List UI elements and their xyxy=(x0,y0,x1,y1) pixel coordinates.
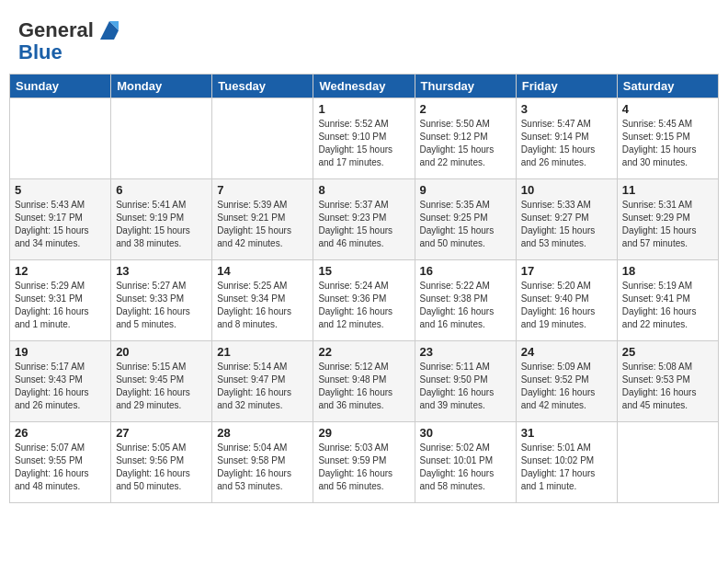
day-number: 20 xyxy=(116,345,207,359)
calendar-cell: 12Sunrise: 5:29 AM Sunset: 9:31 PM Dayli… xyxy=(10,260,111,341)
page-header: General Blue xyxy=(9,9,719,68)
day-number: 30 xyxy=(420,426,511,440)
day-number: 15 xyxy=(318,264,409,278)
day-number: 11 xyxy=(622,183,713,197)
day-header-wednesday: Wednesday xyxy=(313,75,415,98)
day-info: Sunrise: 5:11 AM Sunset: 9:50 PM Dayligh… xyxy=(420,361,511,412)
day-number: 22 xyxy=(318,345,409,359)
day-info: Sunrise: 5:09 AM Sunset: 9:52 PM Dayligh… xyxy=(521,361,612,412)
day-number: 2 xyxy=(420,102,511,116)
day-info: Sunrise: 5:39 AM Sunset: 9:21 PM Dayligh… xyxy=(217,199,308,250)
day-number: 23 xyxy=(420,345,511,359)
day-info: Sunrise: 5:29 AM Sunset: 9:31 PM Dayligh… xyxy=(15,280,106,331)
day-info: Sunrise: 5:17 AM Sunset: 9:43 PM Dayligh… xyxy=(15,361,106,412)
day-info: Sunrise: 5:04 AM Sunset: 9:58 PM Dayligh… xyxy=(217,442,308,493)
calendar-cell: 24Sunrise: 5:09 AM Sunset: 9:52 PM Dayli… xyxy=(516,341,617,422)
day-number: 1 xyxy=(318,102,409,116)
day-header-monday: Monday xyxy=(111,75,212,98)
calendar-cell: 11Sunrise: 5:31 AM Sunset: 9:29 PM Dayli… xyxy=(617,179,718,260)
day-info: Sunrise: 5:03 AM Sunset: 9:59 PM Dayligh… xyxy=(318,442,409,493)
day-number: 7 xyxy=(217,183,308,197)
calendar-cell: 25Sunrise: 5:08 AM Sunset: 9:53 PM Dayli… xyxy=(617,341,718,422)
calendar-cell: 21Sunrise: 5:14 AM Sunset: 9:47 PM Dayli… xyxy=(212,341,313,422)
calendar-table: SundayMondayTuesdayWednesdayThursdayFrid… xyxy=(9,74,719,503)
calendar-cell: 6Sunrise: 5:41 AM Sunset: 9:19 PM Daylig… xyxy=(111,179,212,260)
day-number: 26 xyxy=(15,426,106,440)
calendar-cell: 18Sunrise: 5:19 AM Sunset: 9:41 PM Dayli… xyxy=(617,260,718,341)
week-row-4: 19Sunrise: 5:17 AM Sunset: 9:43 PM Dayli… xyxy=(10,341,719,422)
calendar-cell xyxy=(10,98,111,179)
week-row-5: 26Sunrise: 5:07 AM Sunset: 9:55 PM Dayli… xyxy=(10,422,719,503)
day-info: Sunrise: 5:47 AM Sunset: 9:14 PM Dayligh… xyxy=(521,118,612,169)
calendar-cell: 2Sunrise: 5:50 AM Sunset: 9:12 PM Daylig… xyxy=(415,98,516,179)
day-info: Sunrise: 5:37 AM Sunset: 9:23 PM Dayligh… xyxy=(318,199,409,250)
day-info: Sunrise: 5:35 AM Sunset: 9:25 PM Dayligh… xyxy=(420,199,511,250)
day-number: 16 xyxy=(420,264,511,278)
day-info: Sunrise: 5:19 AM Sunset: 9:41 PM Dayligh… xyxy=(622,280,713,331)
day-header-saturday: Saturday xyxy=(617,75,718,98)
day-number: 17 xyxy=(521,264,612,278)
calendar-cell: 14Sunrise: 5:25 AM Sunset: 9:34 PM Dayli… xyxy=(212,260,313,341)
calendar-cell: 30Sunrise: 5:02 AM Sunset: 10:01 PM Dayl… xyxy=(415,422,516,503)
day-number: 29 xyxy=(318,426,409,440)
day-info: Sunrise: 5:43 AM Sunset: 9:17 PM Dayligh… xyxy=(15,199,106,250)
calendar-cell: 4Sunrise: 5:45 AM Sunset: 9:15 PM Daylig… xyxy=(617,98,718,179)
day-info: Sunrise: 5:15 AM Sunset: 9:45 PM Dayligh… xyxy=(116,361,207,412)
day-number: 13 xyxy=(116,264,207,278)
calendar-cell xyxy=(111,98,212,179)
day-info: Sunrise: 5:24 AM Sunset: 9:36 PM Dayligh… xyxy=(318,280,409,331)
day-number: 12 xyxy=(15,264,106,278)
day-number: 31 xyxy=(521,426,612,440)
day-info: Sunrise: 5:25 AM Sunset: 9:34 PM Dayligh… xyxy=(217,280,308,331)
day-info: Sunrise: 5:27 AM Sunset: 9:33 PM Dayligh… xyxy=(116,280,207,331)
week-row-1: 1Sunrise: 5:52 AM Sunset: 9:10 PM Daylig… xyxy=(10,98,719,179)
calendar-cell: 13Sunrise: 5:27 AM Sunset: 9:33 PM Dayli… xyxy=(111,260,212,341)
day-info: Sunrise: 5:52 AM Sunset: 9:10 PM Dayligh… xyxy=(318,118,409,169)
week-row-2: 5Sunrise: 5:43 AM Sunset: 9:17 PM Daylig… xyxy=(10,179,719,260)
day-header-sunday: Sunday xyxy=(10,75,111,98)
calendar-cell: 8Sunrise: 5:37 AM Sunset: 9:23 PM Daylig… xyxy=(313,179,415,260)
day-info: Sunrise: 5:08 AM Sunset: 9:53 PM Dayligh… xyxy=(622,361,713,412)
calendar-cell xyxy=(617,422,718,503)
header-row: SundayMondayTuesdayWednesdayThursdayFrid… xyxy=(10,75,719,98)
calendar-cell: 19Sunrise: 5:17 AM Sunset: 9:43 PM Dayli… xyxy=(10,341,111,422)
calendar-cell: 10Sunrise: 5:33 AM Sunset: 9:27 PM Dayli… xyxy=(516,179,617,260)
day-number: 14 xyxy=(217,264,308,278)
day-info: Sunrise: 5:41 AM Sunset: 9:19 PM Dayligh… xyxy=(116,199,207,250)
day-number: 27 xyxy=(116,426,207,440)
calendar-cell: 26Sunrise: 5:07 AM Sunset: 9:55 PM Dayli… xyxy=(10,422,111,503)
day-info: Sunrise: 5:45 AM Sunset: 9:15 PM Dayligh… xyxy=(622,118,713,169)
day-info: Sunrise: 5:33 AM Sunset: 9:27 PM Dayligh… xyxy=(521,199,612,250)
day-info: Sunrise: 5:05 AM Sunset: 9:56 PM Dayligh… xyxy=(116,442,207,493)
calendar-cell: 20Sunrise: 5:15 AM Sunset: 9:45 PM Dayli… xyxy=(111,341,212,422)
calendar-cell: 16Sunrise: 5:22 AM Sunset: 9:38 PM Dayli… xyxy=(415,260,516,341)
day-info: Sunrise: 5:14 AM Sunset: 9:47 PM Dayligh… xyxy=(217,361,308,412)
calendar-cell xyxy=(212,98,313,179)
day-number: 28 xyxy=(217,426,308,440)
day-info: Sunrise: 5:20 AM Sunset: 9:40 PM Dayligh… xyxy=(521,280,612,331)
day-number: 3 xyxy=(521,102,612,116)
day-info: Sunrise: 5:01 AM Sunset: 10:02 PM Daylig… xyxy=(521,442,612,493)
calendar-cell: 31Sunrise: 5:01 AM Sunset: 10:02 PM Dayl… xyxy=(516,422,617,503)
calendar-cell: 28Sunrise: 5:04 AM Sunset: 9:58 PM Dayli… xyxy=(212,422,313,503)
calendar-cell: 1Sunrise: 5:52 AM Sunset: 9:10 PM Daylig… xyxy=(313,98,415,179)
day-number: 5 xyxy=(15,183,106,197)
calendar-cell: 17Sunrise: 5:20 AM Sunset: 9:40 PM Dayli… xyxy=(516,260,617,341)
day-header-friday: Friday xyxy=(516,75,617,98)
day-info: Sunrise: 5:31 AM Sunset: 9:29 PM Dayligh… xyxy=(622,199,713,250)
calendar-cell: 22Sunrise: 5:12 AM Sunset: 9:48 PM Dayli… xyxy=(313,341,415,422)
day-number: 18 xyxy=(622,264,713,278)
logo: General Blue xyxy=(18,17,123,64)
day-number: 24 xyxy=(521,345,612,359)
calendar-cell: 29Sunrise: 5:03 AM Sunset: 9:59 PM Dayli… xyxy=(313,422,415,503)
week-row-3: 12Sunrise: 5:29 AM Sunset: 9:31 PM Dayli… xyxy=(10,260,719,341)
day-info: Sunrise: 5:50 AM Sunset: 9:12 PM Dayligh… xyxy=(420,118,511,169)
calendar-cell: 5Sunrise: 5:43 AM Sunset: 9:17 PM Daylig… xyxy=(10,179,111,260)
calendar-cell: 23Sunrise: 5:11 AM Sunset: 9:50 PM Dayli… xyxy=(415,341,516,422)
day-number: 19 xyxy=(15,345,106,359)
day-number: 21 xyxy=(217,345,308,359)
calendar-cell: 27Sunrise: 5:05 AM Sunset: 9:56 PM Dayli… xyxy=(111,422,212,503)
day-info: Sunrise: 5:12 AM Sunset: 9:48 PM Dayligh… xyxy=(318,361,409,412)
calendar-cell: 3Sunrise: 5:47 AM Sunset: 9:14 PM Daylig… xyxy=(516,98,617,179)
day-header-thursday: Thursday xyxy=(415,75,516,98)
